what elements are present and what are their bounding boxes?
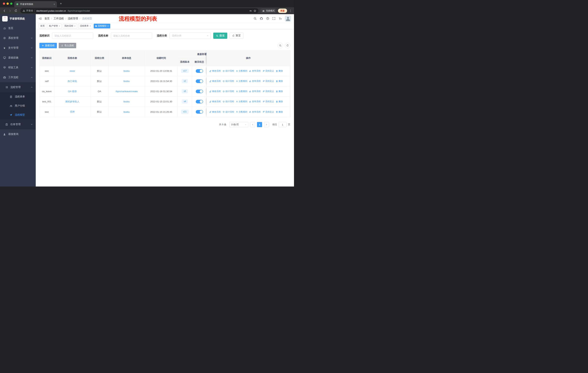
search-button[interactable]: 搜索 [213,33,227,39]
tab-close-icon[interactable]: × [53,3,55,6]
op-def-link[interactable]: 流程定义 [262,90,274,93]
tag-process-model[interactable]: 流程模型 × [94,24,110,28]
op-deploy-link[interactable]: 发布流程 [249,90,261,93]
process-key-input[interactable] [52,32,93,39]
op-del-link[interactable]: 删除 [276,90,283,93]
refresh-table-button[interactable] [285,43,290,48]
help-icon[interactable] [266,17,269,20]
op-def-link[interactable]: 流程定义 [262,100,274,103]
browser-tab[interactable]: 芋道管理系统 × [14,1,57,7]
font-size-icon[interactable] [279,17,282,20]
breadcrumb-item[interactable]: 工作流程 [53,17,64,20]
op-edit-link[interactable]: 修改流程 [209,90,221,93]
import-process-button[interactable]: 导入流程 [59,43,76,48]
op-design-link[interactable]: 设计流程 [222,69,234,72]
op-deploy-link[interactable]: 发布流程 [249,69,261,72]
tag-process-form[interactable]: 流程表单 × [78,24,93,28]
process-name-link[interactable]: 自己审批 [68,80,77,83]
op-design-link[interactable]: 设计流程 [222,80,234,83]
op-assign-link[interactable]: 分配规则 [236,90,247,93]
op-deploy-link[interactable]: 发布流程 [249,110,261,113]
github-icon[interactable] [260,17,263,20]
op-assign-link[interactable]: 分配规则 [236,110,247,113]
op-edit-link[interactable]: 修改流程 [209,80,221,83]
sidebar-item-task-management[interactable]: 任务管理 [0,120,36,129]
forward-button[interactable] [7,8,13,13]
op-assign-link[interactable]: 分配规则 [236,80,247,83]
tag-my-process[interactable]: 我的流程 × [63,24,77,28]
op-edit-link[interactable]: 修改流程 [209,69,221,72]
op-assign-link[interactable]: 分配规则 [236,100,247,103]
form-link[interactable]: biubiu [123,111,130,113]
op-edit-link[interactable]: 修改流程 [209,100,221,103]
goto-page-input[interactable] [279,122,286,127]
active-toggle[interactable] [196,100,203,103]
tag-tenant[interactable]: 租户管理 × [47,24,62,28]
process-name-link[interactable]: 滔博 [70,110,75,113]
close-icon[interactable]: × [59,25,60,27]
back-button[interactable] [1,8,7,13]
reload-button[interactable] [13,8,19,13]
sidebar-item-process-model[interactable]: 流程模型 [0,110,36,120]
op-del-link[interactable]: 删除 [276,80,283,83]
url-bar[interactable]: 不安全 dashboard.yudao.iocoder.cn/bpm/manag… [21,8,258,13]
search-icon[interactable] [253,17,257,20]
breadcrumb-item[interactable]: 首页 [44,17,50,20]
tag-home[interactable]: 首页 [39,24,46,28]
new-tab-button[interactable]: + [58,1,63,6]
close-icon[interactable]: × [107,25,109,27]
sidebar-item-process-form[interactable]: 流程表单 [0,92,36,101]
form-link[interactable]: biubiu [123,70,130,72]
op-edit-link[interactable]: 修改流程 [209,110,221,113]
process-name-link[interactable]: 测试多审批人 [65,100,79,103]
active-toggle[interactable] [196,69,203,73]
form-link[interactable]: /bpm/oa/leave/create [116,90,138,93]
op-del-link[interactable]: 删除 [276,69,283,72]
op-def-link[interactable]: 流程定义 [262,80,274,83]
op-design-link[interactable]: 设计流程 [222,90,234,93]
sidebar-item-devtools[interactable]: 研发工具 [0,63,36,72]
page-size-select[interactable]: 10条/页 [229,122,248,127]
browser-menu-icon[interactable]: ⋮ [289,9,293,12]
sidebar-item-leave-query[interactable]: 请假查询 [0,129,36,139]
op-def-link[interactable]: 流程定义 [262,69,274,72]
active-toggle[interactable] [196,90,203,93]
fullscreen-icon[interactable] [272,17,275,20]
op-deploy-link[interactable]: 发布流程 [249,80,261,83]
zoom-window-button[interactable] [10,2,12,5]
minimize-window-button[interactable] [7,2,9,5]
close-icon[interactable]: × [89,25,91,27]
op-deploy-link[interactable]: 发布流程 [249,100,261,103]
app-logo[interactable]: 芋道管理系统 [0,14,36,23]
sidebar-collapse-icon[interactable] [39,17,42,20]
next-page-button[interactable] [264,122,269,127]
user-avatar[interactable] [285,15,291,22]
sidebar-item-home[interactable]: 首页 [0,23,36,33]
process-name-input[interactable] [111,32,152,39]
op-del-link[interactable]: 删除 [276,100,283,103]
toggle-search-button[interactable] [278,43,283,48]
process-name-link[interactable]: OA 请假 [68,90,77,93]
close-icon[interactable]: × [74,25,76,27]
prev-page-button[interactable] [250,122,255,127]
reset-button[interactable]: 重置 [230,33,243,39]
sidebar-item-system[interactable]: 系统管理 [0,33,36,43]
sidebar-item-user-group[interactable]: 用户分组 [0,101,36,110]
sidebar-item-infrastructure[interactable]: 基础设施 [0,53,36,63]
create-process-button[interactable]: 新建流程 [39,43,57,48]
active-toggle[interactable] [196,80,203,83]
form-link[interactable]: biubiu [123,100,130,103]
category-select[interactable]: 流程分类 [169,32,211,39]
close-window-button[interactable] [3,2,5,5]
key-icon[interactable] [249,10,252,12]
op-del-link[interactable]: 删除 [276,110,283,113]
bookmark-star-icon[interactable] [253,10,256,12]
sidebar-item-process-management[interactable]: 流程管理 [0,82,36,92]
process-name-link[interactable]: eeee [70,70,75,72]
update-button[interactable]: 更新 [278,9,287,13]
sidebar-item-workflow[interactable]: 工作流程 [0,72,36,82]
security-chip[interactable]: 不安全 [23,9,33,12]
op-design-link[interactable]: 设计流程 [222,100,234,103]
form-link[interactable]: biubiu [123,80,130,82]
op-assign-link[interactable]: 分配规则 [236,69,247,72]
